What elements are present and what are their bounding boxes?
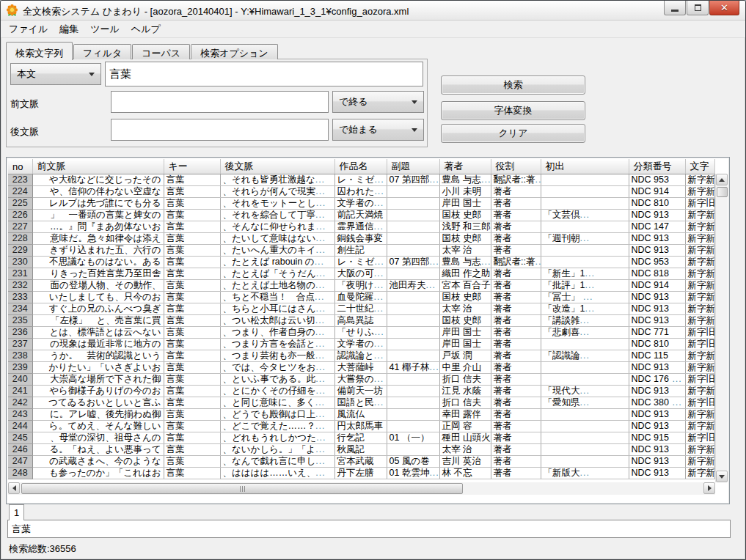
table-cell: 戸坂 潤: [439, 350, 491, 362]
table-row[interactable]: 241やら御様子ありげの今のお言葉、とにかくその仔細を...備前天一坊江見 水蔭…: [8, 386, 714, 397]
table-cell: 「講談雑...: [541, 315, 629, 327]
query-input[interactable]: [105, 62, 423, 86]
table-row[interactable]: 245、母堂の深切、祖母さんの言葉、どれもうれしかつた...行乞記01 （一）種…: [8, 432, 714, 444]
scroll-right-button[interactable]: [703, 482, 715, 494]
table-row[interactable]: 240大崇高な場所で下された御言葉、といふ事である。此...大嘗祭の...折口 …: [8, 374, 714, 386]
close-button[interactable]: ✕: [709, 1, 739, 15]
table-cell: NDC 810: [629, 198, 685, 210]
table-cell: 225: [8, 198, 32, 210]
truncation-ellipsis: ...: [374, 257, 384, 267]
tab-filter[interactable]: フィルタ: [73, 44, 131, 59]
table-cell: 05 風の巻: [387, 456, 439, 468]
table-row[interactable]: 234すぐ上の兄のふんべつ臭ぎ言葉、ちらと小耳にはさん...二十世紀...太宰 …: [8, 303, 714, 315]
result-text-field[interactable]: [7, 520, 731, 538]
truncation-ellipsis: ...: [429, 468, 439, 478]
post-context-mode-combobox[interactable]: で始まる: [332, 119, 424, 141]
table-row[interactable]: 225レルブは先づ誰にでも分る言葉、それをモットーとし...文学者の...岸田 …: [8, 198, 714, 210]
table-row[interactable]: 224や、信仰の伴わない空虚な言葉、それらが何んで現実...囚われた...小川 …: [8, 186, 714, 198]
table-row[interactable]: 223や大砲などに交じったその言葉、それも皆勇壮激越な...レ・ミゼ...07 …: [8, 174, 714, 186]
tab-search-string[interactable]: 検索文字列: [6, 42, 73, 60]
table-cell: 、ちらと小耳にはさん...: [220, 303, 334, 315]
table-cell: 228: [8, 233, 32, 245]
column-header-author[interactable]: 著者: [439, 159, 491, 174]
tab-search-options[interactable]: 検索オプション: [191, 44, 278, 59]
maximize-button[interactable]: [687, 1, 709, 15]
horizontal-scrollbar-thumb[interactable]: [21, 483, 463, 494]
table-cell: 247: [8, 456, 32, 468]
scroll-left-button[interactable]: [8, 482, 20, 494]
table-cell: に。アレ嘘、後先揃わぬ御: [32, 409, 164, 421]
table-cell: 、たとえば rabouin の...: [220, 257, 334, 268]
table-row[interactable]: 247の武蔵さまへ、今のような言葉、なんで戯れ言に申し...宮本武蔵05 風の巻…: [8, 456, 714, 468]
clear-button[interactable]: クリア: [441, 124, 585, 143]
table-cell: 著者: [491, 339, 541, 350]
column-header-no[interactable]: no: [8, 159, 32, 174]
table-cell: 著者: [491, 432, 541, 444]
minimize-button[interactable]: [664, 1, 686, 15]
table-cell: 円太郎馬車: [334, 421, 387, 432]
table-row[interactable]: 230不思議なものはない。ある言葉、たとえば rabouin の...レ・ミゼ.…: [8, 257, 714, 268]
table-row[interactable]: 231りきった百姓言葉乃至田舎言葉、たとえば「そうだん...大阪の可...織田 …: [8, 268, 714, 280]
column-header-work-title[interactable]: 作品名: [334, 159, 387, 174]
table-row[interactable]: 236とは、標準語とは云へない言葉、つまり、作者自身の...「せりふ...岸田 …: [8, 327, 714, 339]
column-header-subtitle[interactable]: 副題: [387, 159, 439, 174]
table-row[interactable]: 242つてゐるおいとしいと言ふ言葉、と同じ意味に、多く...国語と民...折口 …: [8, 397, 714, 409]
vertical-scrollbar[interactable]: [715, 174, 728, 482]
table-cell: 言葉: [164, 350, 220, 362]
page-tab-1[interactable]: 1: [9, 504, 24, 520]
table-row[interactable]: 235「左様」 と、売言葉に買言葉、つい松太郎は云い切...高島異誌国枝 史郎著…: [8, 315, 714, 327]
column-header-role[interactable]: 役割: [491, 159, 541, 174]
table-cell: 243: [8, 409, 32, 421]
horizontal-scrollbar[interactable]: [8, 482, 715, 495]
table-row[interactable]: 226」 一番頭の言葉と婢女の言葉、それを綜合して丁寧...前記天満焼国枝 史郎…: [8, 210, 714, 221]
table-row[interactable]: 243に。アレ嘘、後先揃わぬ御言葉、どうでも殿御は口上...風流仏幸田 露伴著者…: [8, 409, 714, 421]
table-cell: [387, 186, 439, 198]
table-row[interactable]: 232面の登場人物、その動作、言葉、たとえば土地名物の...「夜明け...池田寿…: [8, 280, 714, 292]
vertical-scrollbar-thumb[interactable]: [717, 187, 728, 197]
search-target-combobox[interactable]: 本文: [10, 63, 101, 85]
table-cell: 新字新: [685, 444, 714, 456]
table-cell: 大菩薩峠: [334, 362, 387, 374]
table-cell: りきった百姓言葉乃至田舎: [32, 268, 164, 280]
table-cell: とは、標準語とは云へない: [32, 327, 164, 339]
scroll-up-button[interactable]: [716, 174, 728, 185]
table-row[interactable]: 237の現象は最近非常に地方の言葉、つまり方言を会話と...文学者の...岸田 …: [8, 339, 714, 350]
column-header-ndc[interactable]: 分類番号: [629, 159, 685, 174]
column-header-pre-context[interactable]: 前文脈: [32, 159, 164, 174]
truncation-ellipsis: ...: [374, 221, 384, 232]
menu-item-file[interactable]: ファイル: [3, 21, 54, 38]
tab-corpus[interactable]: コーパス: [132, 44, 190, 59]
table-cell: つてゐるおいとしいと言ふ: [32, 397, 164, 409]
pre-context-mode-combobox[interactable]: で終る: [332, 91, 424, 113]
table-cell: NDC 913: [629, 303, 685, 315]
table-cell: 著者: [491, 409, 541, 421]
column-header-first-publication[interactable]: 初出: [541, 159, 629, 174]
table-row[interactable]: 238うか。 芸術的認識という言葉、つまり芸術も亦一般...認識論と...戸坂 …: [8, 350, 714, 362]
pre-context-input[interactable]: [111, 91, 329, 113]
table-row[interactable]: 239かりたい」「いさぎよいお言葉、では、今タヒツをお...大菩薩峠41 椰子林…: [8, 362, 714, 374]
table-row[interactable]: 227…。』問『まあ勿体ないお言葉、そんなに仰せられま...霊界通信...浅野 …: [8, 221, 714, 233]
table-cell: 言葉: [164, 233, 220, 245]
menu-item-help[interactable]: ヘルプ: [125, 21, 167, 38]
table-cell: 新字新: [685, 221, 714, 233]
menu-item-edit[interactable]: 編集: [54, 21, 84, 38]
menu-item-tools[interactable]: ツール: [84, 21, 125, 38]
table-row[interactable]: 229きずり込まれた五、六行の言葉、たいへん重大のキイ...創生記太宰 治著者N…: [8, 245, 714, 257]
table-row[interactable]: 233いたしましても、只今のお言葉、ちと不穏当！ 合点...血曼陀羅...国枝 …: [8, 292, 714, 303]
table-cell: NDC 147: [629, 221, 685, 233]
search-button[interactable]: 検索: [441, 75, 585, 95]
column-header-post-context[interactable]: 後文脈: [220, 159, 334, 174]
minimize-icon: [671, 10, 679, 12]
glyph-convert-button[interactable]: 字体変換: [441, 101, 585, 120]
column-header-charset[interactable]: 文字: [685, 159, 714, 174]
table-row[interactable]: 244ら。てめえ、そんな難しい言葉、どこで覚えた……？...円太郎馬車正岡 容著…: [8, 421, 714, 432]
table-cell: 折口 信夫: [439, 374, 491, 386]
table-row[interactable]: 248も参ったのか」「これはお言葉、はははは……いえ、...丹下左膳01 乾雲坤…: [8, 468, 714, 479]
post-context-input[interactable]: [111, 119, 329, 141]
table-row[interactable]: 228意味だ。急々如律令は添え言葉、たいして意味はない...銅銭会事変国枝 史郎…: [8, 233, 714, 245]
titlebar[interactable]: 全文検索システム ひまわり - [aozora_20140401] - Y:¥H…: [1, 1, 745, 21]
scroll-down-button[interactable]: [716, 471, 728, 482]
column-header-key[interactable]: キー: [164, 159, 220, 174]
table-row[interactable]: 246る。「ねえ、よい悪事って言葉、ないかしら。」「よ...秋風記太宰 治著者N…: [8, 444, 714, 456]
table-cell: NDC 818: [629, 268, 685, 280]
